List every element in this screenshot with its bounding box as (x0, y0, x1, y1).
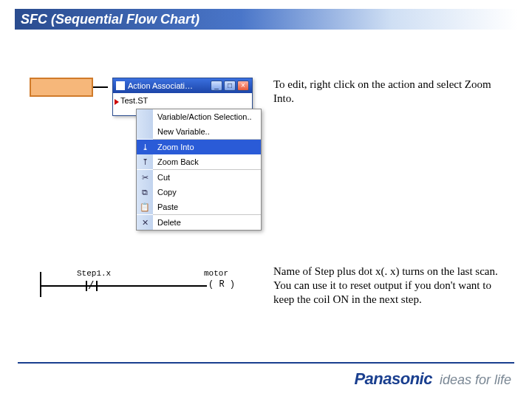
zoom-into-icon: ⤓ (137, 140, 153, 154)
page-title: SFC (Sequential Flow Chart) (15, 12, 200, 27)
ladder-reset-coil[interactable]: ( R ) (207, 279, 236, 290)
ladder-diagram: Step1.x / motor ( R ) (37, 266, 244, 300)
window-buttons: _ □ × (211, 81, 249, 91)
delete-icon: ✕ (137, 215, 153, 230)
cut-icon: ✂ (137, 170, 153, 185)
context-menu: Variable/Action Selection.. New Variable… (136, 109, 262, 231)
ladder-coil-label: motor (202, 269, 230, 278)
description-zoom-into: To edit, right click on the action and s… (273, 78, 505, 106)
menu-item-copy[interactable]: ⧉ Copy (137, 185, 261, 200)
menu-item-delete[interactable]: ✕ Delete (137, 215, 261, 230)
sfc-connector-line (93, 86, 108, 88)
window-titlebar[interactable]: Action Associati… _ □ × (113, 78, 252, 93)
action-item[interactable]: Test.ST (120, 96, 148, 105)
menu-label: Copy (153, 188, 261, 197)
sfc-step-box[interactable] (30, 78, 93, 97)
ladder-left-rail (40, 272, 41, 297)
menu-item-new-variable[interactable]: New Variable.. (137, 124, 261, 139)
menu-label: Cut (153, 173, 261, 182)
menu-item-zoom-back[interactable]: ⤒ Zoom Back (137, 154, 261, 169)
maximize-button[interactable]: □ (224, 81, 236, 91)
menu-label: New Variable.. (153, 127, 261, 136)
menu-label: Delete (153, 218, 261, 227)
menu-item-cut[interactable]: ✂ Cut (137, 170, 261, 185)
menu-label: Zoom Back (153, 157, 261, 166)
window-app-icon (116, 81, 125, 90)
description-step-x: Name of Step plus dot x(. x) turns on th… (273, 265, 505, 306)
blank-icon (137, 109, 153, 124)
window-title: Action Associati… (128, 81, 208, 90)
copy-icon: ⧉ (137, 185, 153, 200)
footer: Panasonic ideas for life (354, 369, 511, 389)
nc-slash: / (88, 281, 95, 291)
paste-icon: 📋 (137, 200, 153, 214)
minimize-button[interactable]: _ (211, 81, 222, 91)
brand-logo: Panasonic (354, 369, 432, 389)
blank-icon (137, 124, 153, 139)
menu-item-variable-selection[interactable]: Variable/Action Selection.. (137, 109, 261, 124)
ladder-rung (40, 285, 219, 287)
ladder-nc-contact[interactable]: / (83, 276, 100, 294)
page-title-bar: SFC (Sequential Flow Chart) (15, 9, 517, 30)
menu-item-paste[interactable]: 📋 Paste (137, 200, 261, 214)
zoom-back-icon: ⤒ (137, 154, 153, 169)
menu-label: Variable/Action Selection.. (153, 112, 261, 121)
brand-tagline: ideas for life (440, 372, 511, 388)
menu-label: Paste (153, 202, 261, 211)
menu-label: Zoom Into (153, 143, 261, 151)
close-button[interactable]: × (237, 81, 249, 91)
action-marker-icon (115, 99, 119, 105)
menu-item-zoom-into[interactable]: ⤓ Zoom Into (137, 140, 261, 154)
footer-rule (18, 362, 514, 364)
